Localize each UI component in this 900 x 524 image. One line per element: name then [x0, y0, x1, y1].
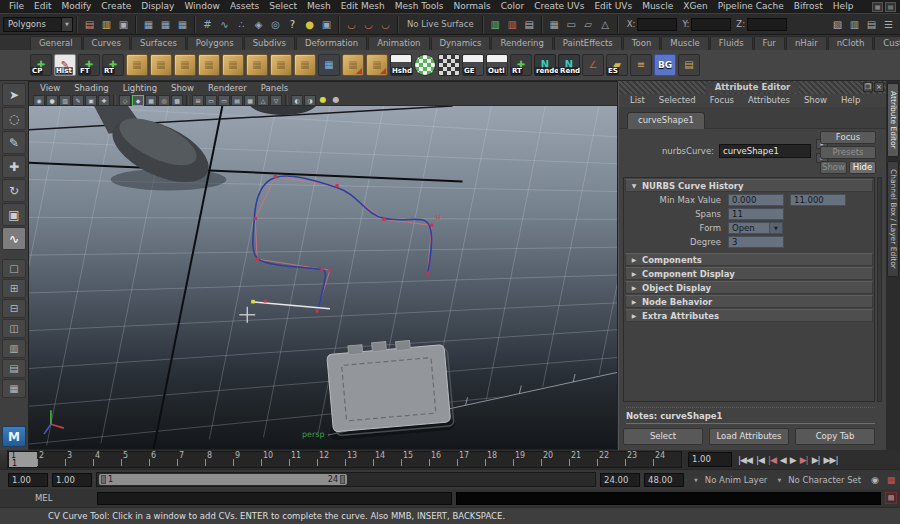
menu-create-uvs[interactable]: Create UVs	[529, 0, 589, 13]
shelf-item-cube-9[interactable]: ▦	[246, 54, 268, 76]
step-back-key-button[interactable]: |◀	[768, 455, 776, 465]
spans-field[interactable]: 11	[728, 208, 784, 220]
step-back-frame-button[interactable]: |◀	[756, 455, 764, 465]
film-gate-icon[interactable]: ▭	[205, 95, 217, 106]
play-forwards-button[interactable]: ▶	[790, 455, 796, 465]
panel-menu-panels[interactable]: Panels	[254, 82, 295, 94]
menu-create[interactable]: Create	[96, 0, 136, 13]
float-panel-icon[interactable]: ❐	[863, 82, 873, 92]
shelf-tab-rendering[interactable]: Rendering	[491, 36, 552, 50]
shelf-tab-general[interactable]: General	[30, 36, 82, 50]
panel-menu-view[interactable]: View	[33, 82, 67, 94]
attribute-editor-titlebar[interactable]: Attribute Editor ❐ ×	[619, 81, 886, 94]
menu-bifrost[interactable]: Bifrost	[789, 0, 828, 13]
wireframe-icon[interactable]: ◇	[119, 95, 131, 106]
select-object-icon[interactable]: ▦	[158, 16, 173, 32]
lock-camera-icon[interactable]: ●	[46, 95, 58, 106]
section-component-display[interactable]: ▶Component Display	[625, 267, 873, 280]
shelf-item-cube-red-14[interactable]: ▦	[366, 54, 388, 76]
frame-10[interactable]: 10	[261, 452, 289, 467]
open-scene-icon[interactable]: ▥	[99, 16, 114, 32]
playblast-icon[interactable]: ▱	[581, 16, 596, 32]
notes-label[interactable]: Notes: curveShape1	[626, 407, 875, 424]
menu-mesh[interactable]: Mesh	[302, 0, 336, 13]
render-settings-icon[interactable]: ▤	[522, 16, 537, 32]
menu-set-selector[interactable]: Polygons ▼	[3, 17, 73, 32]
sequencer-icon[interactable]: △	[598, 16, 613, 32]
ae-menu-selected[interactable]: Selected	[652, 94, 703, 107]
select-button[interactable]: Select	[623, 428, 703, 445]
chevron-down-icon[interactable]: ▼	[777, 477, 781, 483]
exposure-icon[interactable]: ●	[317, 95, 329, 106]
go-to-end-button[interactable]: ▶▶|	[824, 455, 838, 465]
shelf-item-cp-0[interactable]: ✚CP	[30, 54, 52, 76]
shelf-item-cube-4[interactable]: ▦	[126, 54, 148, 76]
shelf-item-bg-26[interactable]: BG	[654, 54, 676, 76]
xray-icon[interactable]: ◑	[304, 95, 316, 106]
shelf-item-rt-3[interactable]: ✚RT	[102, 54, 124, 76]
play-backwards-button[interactable]: ◀	[780, 455, 786, 465]
gamma-icon[interactable]: ●	[330, 95, 342, 106]
load-attributes-button[interactable]: Load Attributes	[709, 428, 789, 445]
dock-tab-attribute-editor[interactable]: Attribute Editor	[887, 83, 899, 157]
menu-file[interactable]: File	[4, 0, 29, 13]
shelf-item-checker-sphere-16[interactable]	[414, 54, 436, 76]
new-scene-icon[interactable]: ▤	[82, 16, 97, 32]
command-line-mode-label[interactable]: MEL	[35, 493, 97, 503]
light-editor-icon[interactable]: ▭	[564, 16, 579, 32]
shelf-item-cube-red-13[interactable]: ▦	[342, 54, 364, 76]
tab-curveshape1[interactable]: curveShape1	[627, 112, 705, 129]
layout-four-pane[interactable]: ⊞	[2, 279, 26, 298]
close-icon[interactable]: ×	[874, 82, 884, 92]
shelf-item-cube-10[interactable]: ▦	[270, 54, 292, 76]
frame-11[interactable]: 11	[289, 452, 317, 467]
image-plane-icon[interactable]: ▣	[85, 95, 97, 106]
frame-1[interactable]: 11	[9, 452, 37, 467]
min-max-value-field[interactable]: 11.000	[790, 194, 846, 206]
frame-17[interactable]: 17	[457, 452, 485, 467]
frame-16[interactable]: 16	[429, 452, 457, 467]
shelf-tab-surfaces[interactable]: Surfaces	[131, 36, 186, 50]
frame-14[interactable]: 14	[373, 452, 401, 467]
snap-curve-icon[interactable]: ∿	[217, 16, 232, 32]
shelf-tab-dynamics[interactable]: Dynamics	[431, 36, 491, 50]
coord-input-z[interactable]	[747, 18, 787, 31]
frame-2[interactable]: 2	[37, 452, 65, 467]
shelf-item-planks-25[interactable]: ≡	[630, 54, 652, 76]
menu-muscle[interactable]: Muscle	[637, 0, 678, 13]
frame-6[interactable]: 6	[149, 452, 177, 467]
lights-icon[interactable]: ◎	[158, 95, 170, 106]
lock-selection-icon[interactable]: ●	[302, 16, 317, 32]
auto-key-icon[interactable]: ◉	[868, 475, 882, 485]
min-max-value-field[interactable]: 0.000	[728, 194, 784, 206]
menu-edit-uvs[interactable]: Edit UVs	[589, 0, 637, 13]
shelf-tab-toon[interactable]: Toon	[623, 36, 661, 50]
smooth-shaded-icon[interactable]: ◆	[132, 95, 144, 106]
ae-menu-list[interactable]: List	[623, 94, 652, 107]
menu-modify[interactable]: Modify	[57, 0, 97, 13]
frame-13[interactable]: 13	[345, 452, 373, 467]
frame-4[interactable]: 4	[93, 452, 121, 467]
save-scene-icon[interactable]: ▣	[116, 16, 131, 32]
shelf-item-cube-6[interactable]: ▦	[174, 54, 196, 76]
range-start-handle[interactable]	[101, 475, 106, 484]
frame-21[interactable]: 21	[569, 452, 597, 467]
section-extra-attributes[interactable]: ▶Extra Attributes	[625, 309, 873, 322]
ae-menu-focus[interactable]: Focus	[703, 94, 741, 107]
menu-pipeline-cache[interactable]: Pipeline Cache	[713, 0, 789, 13]
presets-button[interactable]: Presets	[820, 146, 876, 159]
dock-tab-channel-box-layer-editor[interactable]: Channel Box / Layer Editor	[887, 161, 899, 277]
shelf-item-cube-11[interactable]: ▦	[294, 54, 316, 76]
scale-tool[interactable]: ▣	[2, 203, 26, 226]
shelf-tab-subdivs[interactable]: Subdivs	[244, 36, 295, 50]
current-time-field[interactable]: 1.00	[688, 452, 732, 467]
chevron-down-icon[interactable]: ▼	[61, 18, 72, 31]
active-cv[interactable]	[251, 300, 255, 304]
section-node-behavior[interactable]: ▶Node Behavior	[625, 295, 873, 308]
shelf-tab-custom[interactable]: Custom	[874, 36, 900, 50]
viewport-3d-scene[interactable]: u persp	[29, 106, 617, 449]
shelf-item-wirecube-12[interactable]: ▦	[318, 54, 340, 76]
layout-graph-persp[interactable]: ▦	[2, 379, 26, 398]
menu-window[interactable]: Window	[179, 0, 225, 13]
range-end-handle[interactable]	[340, 475, 345, 484]
